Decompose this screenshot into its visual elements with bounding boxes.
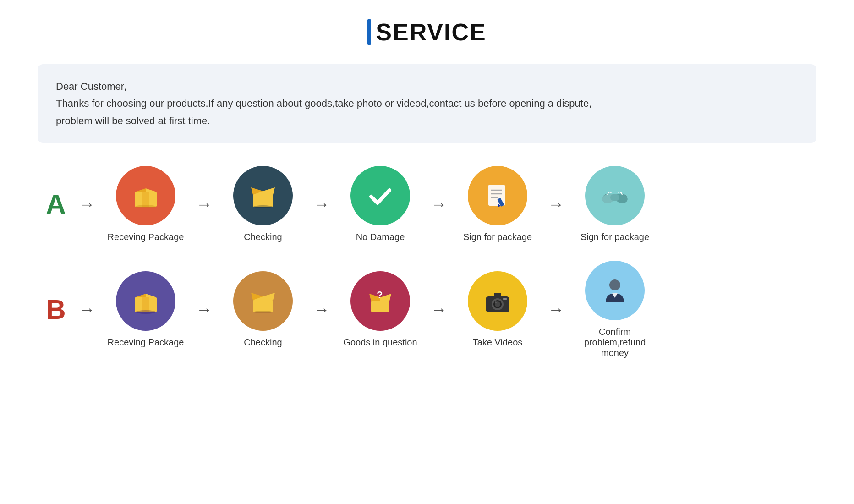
letter-a: A (38, 188, 74, 220)
arrow-5b: → (548, 300, 564, 319)
step-b3: ? Goods in question (334, 271, 426, 348)
step-b3-label: Goods in question (343, 337, 417, 348)
svg-rect-29 (371, 301, 389, 312)
arrow-3b: → (313, 300, 330, 319)
arrow-2a: → (196, 195, 213, 214)
step-a4: Sign for package (452, 166, 543, 242)
step-b1-icon (116, 271, 175, 331)
step-a1: Receving Package (100, 166, 192, 242)
arrow-4a: → (431, 195, 447, 214)
step-a3-icon (350, 166, 410, 225)
step-b1-label: Receving Package (108, 337, 184, 348)
svg-rect-24 (253, 300, 273, 312)
step-a4-label: Sign for package (463, 232, 532, 242)
svg-rect-39 (503, 298, 507, 300)
step-b2: Checking (217, 271, 309, 348)
flow-row-b: B → Receving Package → (38, 261, 816, 358)
flow-row-a: A → Receving Package (38, 166, 816, 242)
step-a4-icon (468, 166, 527, 225)
step-b3-icon: ? (350, 271, 410, 331)
svg-marker-2 (146, 188, 157, 192)
step-b4: Take Videos (452, 271, 543, 348)
step-b1: Receving Package (100, 271, 192, 348)
svg-point-40 (609, 279, 620, 290)
step-b2-label: Checking (244, 337, 282, 348)
step-b5-label: Confirm problem,refund money (574, 327, 656, 358)
arrow-2b: → (196, 300, 213, 319)
svg-point-38 (495, 301, 497, 303)
title-accent-bar (367, 19, 371, 45)
arrow-3a: → (313, 195, 330, 214)
notice-line1: Dear Customer, (56, 78, 798, 95)
notice-box: Dear Customer, Thanks for choosing our p… (38, 64, 816, 143)
step-a2: Checking (217, 166, 309, 242)
step-a1-label: Receving Package (108, 232, 184, 242)
page-title: SERVICE (376, 18, 486, 46)
svg-marker-20 (135, 294, 146, 297)
svg-rect-5 (253, 195, 273, 207)
svg-point-18 (610, 194, 619, 201)
svg-marker-21 (146, 294, 157, 297)
svg-text:?: ? (377, 289, 383, 301)
svg-point-28 (254, 311, 272, 313)
svg-marker-1 (135, 188, 146, 192)
svg-rect-3 (142, 192, 149, 207)
step-a1-icon (116, 166, 175, 225)
step-a3: No Damage (334, 166, 426, 242)
arrow-1a: → (79, 195, 95, 214)
step-a5: Sign for package (569, 166, 661, 242)
svg-point-4 (136, 205, 156, 208)
svg-rect-22 (142, 297, 149, 312)
step-a5-icon (585, 166, 645, 225)
arrow-4b: → (431, 300, 447, 319)
arrow-5a: → (548, 195, 564, 214)
step-a5-label: Sign for package (580, 232, 649, 242)
step-a2-label: Checking (244, 232, 282, 242)
notice-line2: Thanks for choosing our products.If any … (56, 95, 798, 112)
notice-line3: problem will be solved at first time. (56, 112, 798, 129)
svg-point-9 (254, 205, 272, 208)
step-b4-icon (468, 271, 527, 331)
letter-b: B (38, 294, 74, 325)
step-a3-label: No Damage (356, 232, 405, 242)
step-a2-icon (233, 166, 293, 225)
step-b5-icon (585, 261, 645, 320)
page-header: SERVICE (367, 18, 486, 46)
step-b5: Confirm problem,refund money (569, 261, 661, 358)
step-b2-icon (233, 271, 293, 331)
svg-point-23 (136, 310, 156, 314)
step-b4-label: Take Videos (473, 337, 523, 348)
arrow-1b: → (79, 300, 95, 319)
svg-rect-34 (494, 293, 501, 297)
